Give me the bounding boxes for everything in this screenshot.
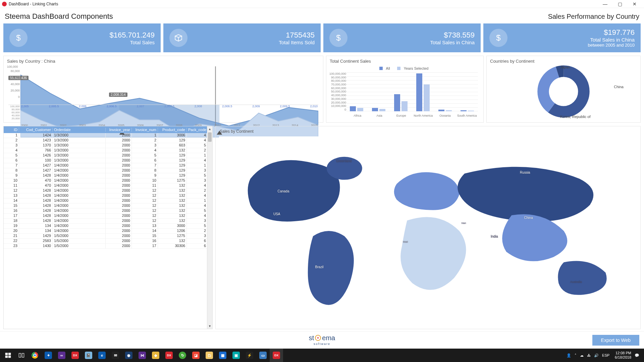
taskbar-app-red[interactable]: ◪: [189, 349, 203, 362]
legend-selected: Years Selected: [404, 66, 429, 70]
taskbar-app-dx[interactable]: DX: [68, 349, 82, 362]
system-tray[interactable]: 👤 ˄ ☁ 🖧 🔊 ESP 12:08 PM 6/18/2018 💬: [567, 351, 643, 360]
kpi-value: 1755435: [279, 31, 315, 40]
svg-rect-15: [5, 356, 8, 358]
table-row[interactable]: 61001/3/2000200061294: [4, 158, 212, 163]
kpi-label: Total Items Sold: [279, 40, 315, 45]
taskbar-app-dx2[interactable]: DX: [162, 349, 176, 362]
table-row[interactable]: 2114291/5/200020001512753: [4, 234, 212, 239]
dollar-icon: $: [329, 29, 347, 47]
grid-header[interactable]: IDCod_CustomerOrderdateInvoice_yearInvoi…: [4, 126, 212, 133]
clock-date: 6/18/2018: [615, 355, 631, 360]
kpi-row: $ $165.701.249 Total Sales 1755435 Total…: [0, 23, 644, 52]
taskbar-app-chrome[interactable]: [28, 349, 42, 362]
scroll-down-icon[interactable]: ▼: [207, 323, 212, 329]
start-button[interactable]: [1, 349, 15, 362]
tray-chevron-icon[interactable]: ˄: [575, 353, 577, 358]
table-row[interactable]: 191341/4/200020001330005: [4, 224, 212, 229]
window-titlebar: DashBoard - Linking Charts — ▢ ✕: [0, 0, 644, 8]
map-label-brazil: Brazil: [315, 265, 324, 269]
kpi-total-sales: $ $165.701.249 Total Sales: [3, 23, 161, 52]
taskbar-app-circle[interactable]: ◉: [122, 349, 136, 362]
table-row[interactable]: 1414281/4/20002000121321: [4, 198, 212, 203]
maximize-button[interactable]: ▢: [612, 0, 627, 8]
taskbar-app-yellow[interactable]: ◆: [149, 349, 162, 362]
task-view-icon[interactable]: [15, 349, 28, 362]
table-row[interactable]: 47661/3/2000200041322: [4, 148, 212, 153]
taskbar-app-notes[interactable]: 📓: [82, 349, 95, 362]
taskbar-app-green[interactable]: ↻: [176, 349, 189, 362]
table-row[interactable]: 1514281/4/20002000121324: [4, 203, 212, 208]
table-row[interactable]: 313701/3/2000200036035: [4, 143, 212, 148]
area-overview-chart[interactable]: 100,000 80,000 60,000 40,000 20,000 2000…: [8, 105, 318, 123]
taskbar-app-blue[interactable]: ▦: [216, 349, 229, 362]
taskbar-app-vs[interactable]: ∞: [55, 349, 68, 362]
area-chart[interactable]: 100,000 55,822.436 2,008.314 80,000 60,0…: [8, 66, 318, 103]
continent-sales-panel: Total Continent Sales All Years Selected…: [326, 56, 484, 123]
box-icon: [169, 29, 187, 47]
page-subtitle: Sales Performance by Country: [548, 13, 639, 20]
y-tick: 40,000: [8, 82, 20, 86]
scroll-up-icon[interactable]: ▲: [207, 126, 212, 132]
taskbar-app-thunder[interactable]: ⚡: [243, 349, 256, 362]
taskbar-clock[interactable]: 12:08 PM 6/18/2018: [615, 351, 631, 360]
table-row[interactable]: 214231/3/2000200021294: [4, 138, 212, 143]
y-tick: 0: [8, 95, 20, 99]
world-map[interactable]: Canada USA Greenland Brazil Russia China…: [219, 136, 637, 325]
table-row[interactable]: 914281/4/2000200091295: [4, 173, 212, 178]
table-row[interactable]: 1314281/4/20002000121324: [4, 193, 212, 198]
table-row[interactable]: 104701/4/200020001012753: [4, 178, 212, 183]
onedrive-icon[interactable]: ☁: [580, 353, 584, 358]
table-row[interactable]: 114241/3/20002000130064: [4, 133, 212, 138]
table-row[interactable]: 114701/4/20002000111324: [4, 183, 212, 188]
table-row[interactable]: 1214281/4/20002000121322: [4, 188, 212, 193]
windows-taskbar[interactable]: ✦ ∞ DX 📓 e ✉ ◉ ⋈ ◆ DX ↻ ◪ 🗀 ▦ ▣ ⚡ ▭ DX 👤…: [0, 349, 644, 362]
scroll-thumb[interactable]: [208, 132, 212, 142]
kpi-value: $165.701.249: [109, 31, 155, 40]
steema-logo: st ema software: [309, 335, 335, 346]
network-icon[interactable]: 🖧: [587, 353, 591, 357]
taskbar-app-dx3[interactable]: DX: [270, 349, 283, 362]
y-tick: 80,000: [8, 69, 20, 73]
kpi-value: $197.776: [588, 28, 635, 37]
svg-rect-14: [8, 353, 11, 355]
data-grid-panel: IDCod_CustomerOrderdateInvoice_yearInvoi…: [3, 126, 213, 329]
svg-rect-18: [22, 353, 24, 357]
people-icon[interactable]: 👤: [567, 353, 571, 358]
table-row[interactable]: 514261/3/2000200051291: [4, 153, 212, 158]
taskbar-app-window[interactable]: ▭: [256, 349, 270, 362]
table-row[interactable]: 2314301/5/2000200017303066: [4, 244, 212, 249]
volume-icon[interactable]: 🔊: [594, 353, 599, 358]
language-indicator[interactable]: ESP: [602, 353, 609, 357]
close-button[interactable]: ✕: [627, 0, 642, 8]
y-tick: 40,000: [8, 114, 20, 117]
bar-chart[interactable]: 100,000,00090,000,00080,000,00070,000,00…: [346, 72, 478, 117]
grid-scrollbar[interactable]: ▲ ▼: [207, 126, 212, 329]
y-tick: 100,000: [8, 105, 20, 108]
grid-body[interactable]: 114241/3/20002000130064214231/3/20002000…: [4, 133, 212, 329]
table-row[interactable]: 1714281/4/20002000121324: [4, 214, 212, 219]
kpi-label: Total Sales: [109, 40, 155, 45]
dollar-icon: $: [9, 29, 28, 47]
table-row[interactable]: 1814281/4/20002000121323: [4, 219, 212, 224]
notifications-icon[interactable]: 💬: [635, 353, 639, 358]
panel-title: Total Continent Sales: [326, 56, 483, 66]
table-row[interactable]: 714271/4/2000200071291: [4, 163, 212, 168]
kpi-sales-china-range: $ $197.776 Total Sales in China between …: [483, 23, 641, 52]
window-title: DashBoard - Linking Charts: [9, 2, 58, 6]
export-to-web-button[interactable]: Export to Web: [592, 335, 639, 346]
taskbar-app-ie[interactable]: e: [95, 349, 109, 362]
map-label-australia: Australia: [570, 280, 582, 284]
taskbar-app-generic[interactable]: ✦: [42, 349, 55, 362]
table-row[interactable]: 814271/4/2000200081293: [4, 168, 212, 173]
map-label-india: India: [491, 235, 498, 238]
table-row[interactable]: 2225831/5/20002000161326: [4, 239, 212, 244]
taskbar-app-mail[interactable]: ✉: [109, 349, 122, 362]
table-row[interactable]: 201341/4/200020001412062: [4, 229, 212, 234]
taskbar-app-teal[interactable]: ▣: [229, 349, 243, 362]
donut-chart[interactable]: Japan China Korea, Republic of: [487, 66, 640, 117]
taskbar-app-vs2[interactable]: ⋈: [136, 349, 149, 362]
taskbar-app-explorer[interactable]: 🗀: [203, 349, 216, 362]
minimize-button[interactable]: —: [598, 0, 612, 8]
table-row[interactable]: 1614281/4/20002000121325: [4, 208, 212, 214]
